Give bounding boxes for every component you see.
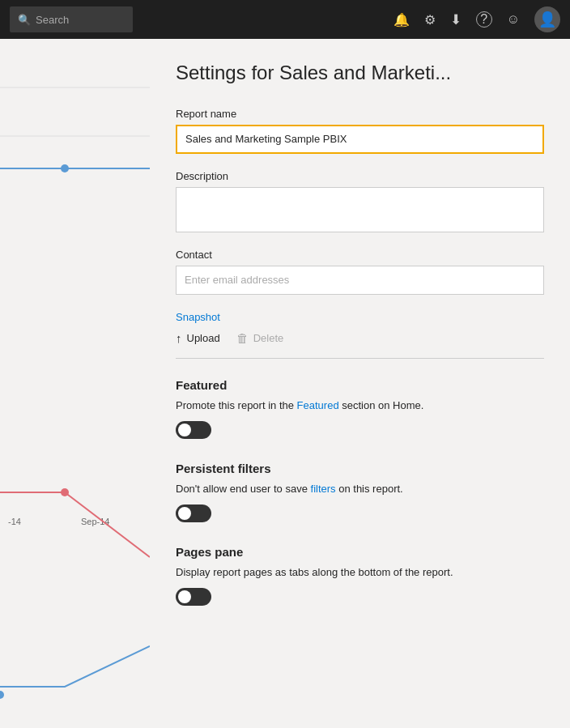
contact-label: Contact [176,249,544,261]
persistent-filters-section: Persistent filters Don't allow end user … [176,462,544,522]
snapshot-section: Snapshot ↑ Upload 🗑 Delete [176,311,544,359]
help-icon[interactable]: ? [476,11,492,28]
svg-point-5 [61,488,69,496]
bell-icon[interactable]: 🔔 [393,12,410,28]
download-icon[interactable]: ⬇ [450,11,462,28]
description-label: Description [176,170,544,182]
description-group: Description [176,170,544,232]
report-name-label: Report name [176,108,544,120]
search-box[interactable]: 🔍 [10,6,133,32]
svg-point-6 [0,691,4,699]
persistent-desc: Don't allow end user to save filters on … [176,482,544,496]
featured-section: Featured Promote this report in the Feat… [176,378,544,439]
persistent-title: Persistent filters [176,462,544,475]
report-name-input[interactable] [176,125,544,154]
gear-icon[interactable]: ⚙ [424,12,436,28]
search-input[interactable] [36,14,125,26]
featured-desc-plain: Promote this report in the [176,399,297,411]
svg-text:-14: -14 [8,517,21,526]
settings-panel: Settings for Sales and Marketi... Report… [150,39,570,728]
topbar-icons: 🔔 ⚙ ⬇ ? ☺ 👤 [393,6,560,32]
delete-button[interactable]: 🗑 Delete [236,331,284,345]
featured-desc-after: section on Home. [339,399,424,411]
featured-toggle-track [176,421,211,439]
persistent-toggle[interactable] [176,504,211,522]
upload-button[interactable]: ↑ Upload [176,331,220,345]
contact-input[interactable] [176,266,544,295]
contact-group: Contact [176,249,544,295]
pages-toggle-track [176,588,211,606]
smiley-icon[interactable]: ☺ [507,12,520,27]
pages-pane-section: Pages pane Display report pages as tabs … [176,545,544,606]
pages-toggle-thumb [178,590,191,603]
featured-toggle[interactable] [176,421,211,439]
panel-title: Settings for Sales and Marketi... [176,62,544,85]
persistent-desc-link: filters [311,483,336,495]
search-icon: 🔍 [18,14,31,26]
persistent-toggle-track [176,504,211,522]
persistent-toggle-thumb [178,507,191,520]
avatar[interactable]: 👤 [534,6,560,32]
trash-icon: 🗑 [236,331,249,345]
featured-title: Featured [176,378,544,392]
featured-toggle-thumb [178,424,191,436]
svg-text:Sep-14: Sep-14 [81,517,109,526]
persistent-desc-after: on this report. [336,483,403,495]
pages-toggle[interactable] [176,588,211,606]
background-chart: -14 Sep-14 [0,39,150,728]
pages-title: Pages pane [176,545,544,559]
delete-label: Delete [253,332,284,344]
svg-point-2 [61,164,69,172]
snapshot-actions: ↑ Upload 🗑 Delete [176,331,544,345]
snapshot-label: Snapshot [176,311,544,323]
featured-desc: Promote this report in the Featured sect… [176,398,544,413]
persistent-desc-plain: Don't allow end user to save [176,483,311,495]
featured-desc-link: Featured [297,399,339,411]
pages-desc: Display report pages as tabs along the b… [176,565,544,580]
description-input[interactable] [176,187,544,232]
topbar: 🔍 🔔 ⚙ ⬇ ? ☺ 👤 [0,0,570,39]
upload-icon: ↑ [176,331,182,345]
report-name-group: Report name [176,108,544,154]
upload-label: Upload [187,332,220,344]
divider [176,358,544,359]
